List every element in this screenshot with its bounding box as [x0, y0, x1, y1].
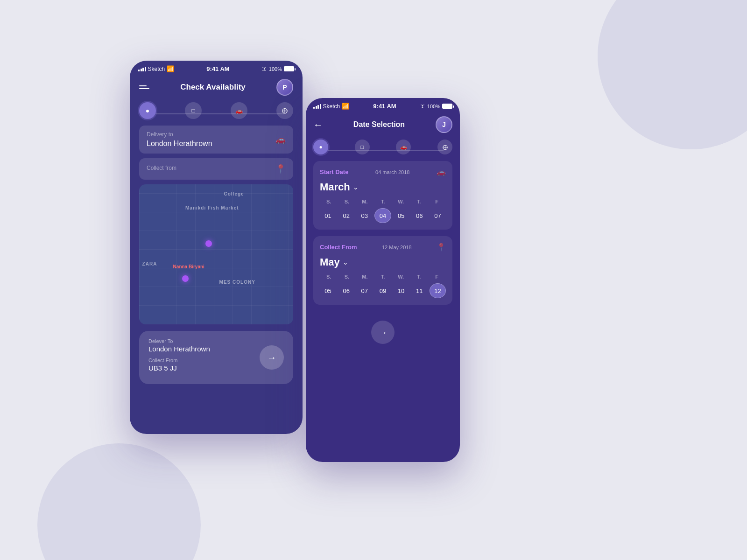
menu-line-2: [139, 88, 149, 89]
bg-decoration-top: [598, 0, 747, 149]
menu-line-1: [139, 85, 147, 86]
back-icon: ←: [313, 119, 323, 130]
start-month-dropdown[interactable]: ⌄: [353, 183, 359, 191]
step-calendar-left[interactable]: □: [185, 102, 202, 119]
delivery-label: Delivery to: [147, 131, 212, 138]
next-icon-right: →: [378, 327, 388, 338]
start-date-info: 04 march 2018: [375, 169, 409, 175]
map-label-zara: ZARA: [142, 261, 157, 266]
map-dot-2: [182, 275, 189, 282]
calendar-icon-left: □: [191, 107, 195, 114]
step-payment-left[interactable]: ⨁: [276, 102, 293, 119]
battery-text-right: 100%: [427, 104, 440, 109]
hamburger-menu[interactable]: [139, 85, 149, 89]
bluetooth-icon-left: ⯰: [262, 66, 267, 72]
delivery-card[interactable]: Delivery to London Herathrown 🚗: [139, 126, 293, 154]
car-icon-left: 🚗: [235, 107, 243, 114]
car-icon-delivery: 🚗: [275, 134, 286, 145]
collect-date-info: 12 May 2018: [382, 245, 412, 250]
collect-day-12[interactable]: 12: [430, 283, 446, 298]
battery-icon-left: [284, 66, 294, 71]
step-location-left[interactable]: ●: [139, 102, 156, 119]
collect-label-left: Collect from: [147, 165, 176, 171]
avatar-left[interactable]: P: [276, 79, 293, 96]
start-day-04[interactable]: 04: [374, 208, 391, 223]
collect-dh-4: W.: [392, 274, 410, 280]
signal-icon: [138, 67, 146, 71]
step-location-right[interactable]: ●: [313, 140, 328, 154]
next-button-right[interactable]: →: [371, 321, 395, 344]
collect-month-row: May ⌄: [320, 256, 446, 268]
collect-days-header: S. S. M. T. W. T. F: [320, 274, 446, 280]
bottom-card-left: Delever To London Herathrown Collect Fro…: [139, 331, 293, 384]
location-icon-right: ●: [319, 144, 322, 150]
signal-bar-4: [145, 67, 146, 71]
collect-dh-2: M.: [356, 274, 374, 280]
start-dh-2: M.: [356, 199, 374, 204]
map-label-1: Manikdi Fish Market: [185, 205, 239, 210]
start-dh-3: T.: [374, 199, 392, 204]
collect-month-dropdown[interactable]: ⌄: [343, 259, 348, 266]
step-line-left: [148, 113, 284, 114]
collect-card-left[interactable]: Collect from 📍: [139, 158, 293, 180]
location-icon-left: ●: [146, 107, 149, 114]
collect-from-value: UB3 5 JJ: [148, 364, 260, 372]
collect-day-10[interactable]: 10: [393, 283, 409, 298]
start-day-05[interactable]: 05: [393, 208, 409, 223]
step-line-right: [322, 150, 444, 151]
payment-icon-left: ⨁: [282, 107, 288, 114]
collect-day-07[interactable]: 07: [356, 283, 373, 298]
delivery-row: Delivery to London Herathrown 🚗: [147, 131, 286, 148]
start-dh-1: S.: [338, 199, 356, 204]
start-day-02[interactable]: 02: [338, 208, 354, 223]
status-left: Sketch 📶: [138, 65, 174, 72]
next-icon-left: →: [267, 352, 276, 363]
start-date-header: Start Date 04 march 2018 🚗: [320, 168, 446, 176]
collect-dh-5: T.: [410, 274, 428, 280]
start-dh-0: S.: [320, 199, 338, 204]
bg-decoration-bottom: [37, 443, 201, 560]
back-button[interactable]: ←: [313, 119, 323, 130]
collect-day-11[interactable]: 11: [411, 283, 428, 298]
time-right: 9:41 AM: [373, 103, 396, 110]
collect-date-label: Collect From: [320, 244, 357, 251]
status-right-right: ⯰ 100%: [420, 104, 452, 109]
collect-from-label: Collect From: [148, 357, 260, 363]
map-label-biryani: Nanna Biryani: [173, 264, 204, 269]
step-car-left[interactable]: 🚗: [231, 102, 247, 119]
map-label-college: College: [224, 191, 244, 196]
status-bar-left: Sketch 📶 9:41 AM ⯰ 100%: [130, 61, 303, 75]
start-day-03[interactable]: 03: [356, 208, 373, 223]
collect-day-06[interactable]: 06: [338, 283, 354, 298]
start-date-label: Start Date: [320, 168, 348, 175]
collect-month-name: May: [320, 256, 340, 268]
collect-dh-6: F: [428, 274, 446, 280]
start-day-06[interactable]: 06: [411, 208, 428, 223]
start-date-section: Start Date 04 march 2018 🚗 March ⌄ S. S.…: [313, 161, 452, 230]
deliver-to-label: Delever To: [148, 338, 260, 344]
signal-bar-1: [138, 70, 140, 71]
avatar-right[interactable]: J: [436, 116, 452, 133]
collect-dh-0: S.: [320, 274, 338, 280]
avatar-initial-left: P: [282, 84, 287, 91]
collect-day-09[interactable]: 09: [374, 283, 391, 298]
page-title-left: Check Availablity: [180, 83, 246, 92]
deliver-to-value: London Herathrown: [148, 345, 260, 353]
next-btn-container: →: [306, 311, 460, 353]
signal-icon-right: [313, 104, 321, 109]
step-car-right[interactable]: 🚗: [396, 140, 411, 154]
collect-from-section: Collect From 12 May 2018 📍 May ⌄ S. S. M…: [313, 236, 452, 305]
collect-day-05[interactable]: 05: [320, 283, 336, 298]
step-payment-right[interactable]: ⨁: [437, 140, 452, 154]
start-day-01[interactable]: 01: [320, 208, 336, 223]
app-name-left: Sketch: [148, 66, 165, 72]
status-left-right: Sketch 📶: [313, 103, 349, 110]
start-dh-4: W.: [392, 199, 410, 204]
start-dh-6: F: [428, 199, 446, 204]
next-button-left[interactable]: →: [260, 345, 284, 370]
wifi-icon-right: 📶: [342, 103, 349, 110]
step-calendar-right[interactable]: □: [355, 140, 370, 154]
collect-date-header: Collect From 12 May 2018 📍: [320, 243, 446, 252]
start-day-07[interactable]: 07: [430, 208, 446, 223]
collect-row: Collect from 📍: [147, 164, 286, 174]
